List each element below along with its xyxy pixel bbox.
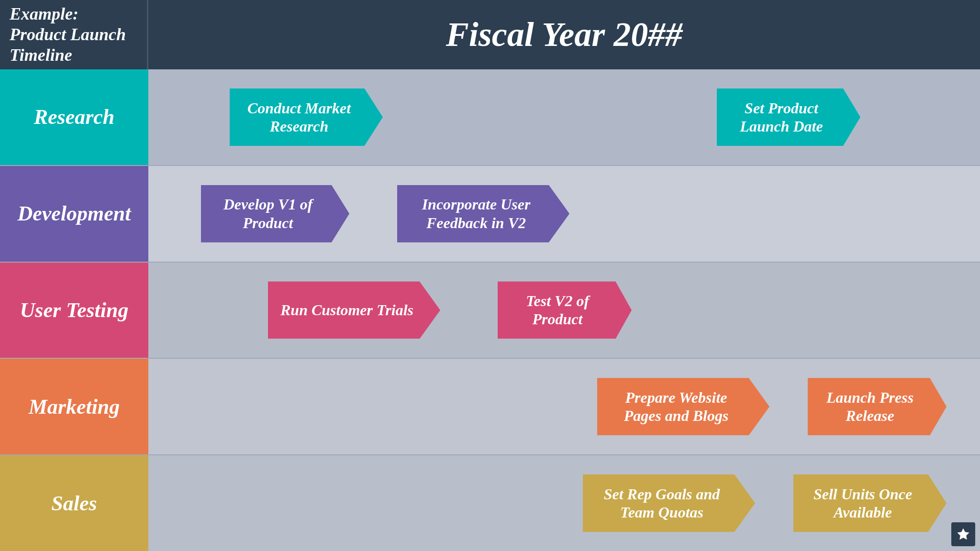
label-research-text: Research <box>34 105 115 129</box>
arrow-conduct-market-research: Conduct Market Research <box>230 88 383 146</box>
row-research: Research Conduct Market Research Set Pro… <box>0 69 980 165</box>
fiscal-year-title: Fiscal Year 20## <box>446 15 683 55</box>
label-marketing-text: Marketing <box>29 395 120 419</box>
timeline-content: Research Conduct Market Research Set Pro… <box>0 69 980 551</box>
arrow-set-product-launch-date: Set Product Launch Date <box>717 88 860 146</box>
page-title: Example: Product Launch Timeline <box>10 4 137 66</box>
arrow-incorporate-feedback: Incorporate User Feedback in V2 <box>397 185 569 242</box>
row-sales: Sales Set Rep Goals and Team Quotas Sell… <box>0 454 980 551</box>
content-research: Conduct Market Research Set Product Laun… <box>148 69 980 165</box>
arrow-test-v2: Test V2 of Product <box>498 281 632 339</box>
header-left: Example: Product Launch Timeline <box>0 0 148 69</box>
arrow-run-customer-trials: Run Customer Trials <box>268 281 440 339</box>
label-sales: Sales <box>0 455 148 551</box>
header-right: Fiscal Year 20## <box>148 0 980 69</box>
page-wrapper: Example: Product Launch Timeline Fiscal … <box>0 0 980 551</box>
label-sales-text: Sales <box>51 491 97 516</box>
label-usertesting: User Testing <box>0 263 148 358</box>
arrow-launch-press-release: Launch Press Release <box>808 378 947 435</box>
content-development: Develop V1 of Product Incorporate User F… <box>148 166 980 262</box>
label-development: Development <box>0 166 148 262</box>
row-usertesting: User Testing Run Customer Trials Test V2… <box>0 262 980 358</box>
label-development-text: Development <box>17 201 131 226</box>
arrow-sell-units: Sell Units Once Available <box>793 474 947 532</box>
timeline-page: Example: Product Launch Timeline Fiscal … <box>0 0 980 551</box>
content-marketing: Prepare Website Pages and Blogs Launch P… <box>148 359 980 454</box>
label-marketing: Marketing <box>0 359 148 454</box>
label-research: Research <box>0 69 148 165</box>
content-usertesting: Run Customer Trials Test V2 of Product <box>148 263 980 358</box>
arrow-set-goals: Set Rep Goals and Team Quotas <box>583 474 755 532</box>
row-marketing: Marketing Prepare Website Pages and Blog… <box>0 358 980 454</box>
star-icon[interactable] <box>951 522 975 546</box>
row-development: Development Develop V1 of Product Incorp… <box>0 165 980 262</box>
label-usertesting-text: User Testing <box>20 298 129 322</box>
arrow-prepare-website: Prepare Website Pages and Blogs <box>597 378 769 435</box>
content-sales: Set Rep Goals and Team Quotas Sell Units… <box>148 455 980 551</box>
header: Example: Product Launch Timeline Fiscal … <box>0 0 980 69</box>
arrow-develop-v1: Develop V1 of Product <box>201 185 349 242</box>
